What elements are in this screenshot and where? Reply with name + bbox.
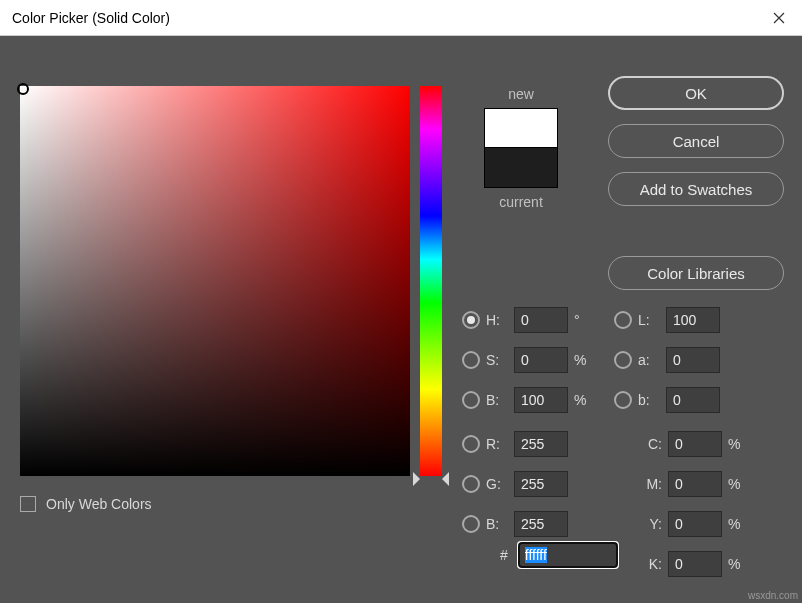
close-button[interactable]	[756, 0, 802, 36]
color-libraries-button[interactable]: Color Libraries	[608, 256, 784, 290]
radio-l[interactable]	[614, 311, 632, 329]
input-hex[interactable]	[518, 542, 618, 568]
radio-b-rgb[interactable]	[462, 515, 480, 533]
radio-r[interactable]	[462, 435, 480, 453]
label-r: R:	[486, 436, 514, 452]
radio-b-hsb[interactable]	[462, 391, 480, 409]
hue-slider[interactable]	[420, 86, 442, 476]
label-b-lab: b:	[638, 392, 666, 408]
label-l: L:	[638, 312, 666, 328]
web-colors-row: Only Web Colors	[20, 496, 152, 512]
input-l[interactable]	[666, 307, 720, 333]
radio-g[interactable]	[462, 475, 480, 493]
input-y[interactable]	[668, 511, 722, 537]
input-r[interactable]	[514, 431, 568, 457]
label-h: H:	[486, 312, 514, 328]
input-b-lab[interactable]	[666, 387, 720, 413]
new-color-swatch	[484, 108, 558, 148]
unit-h: °	[568, 312, 592, 328]
close-icon	[773, 12, 785, 24]
unit-k: %	[722, 556, 746, 572]
new-label: new	[466, 86, 576, 102]
unit-b-hsb: %	[568, 392, 592, 408]
input-k[interactable]	[668, 551, 722, 577]
input-g[interactable]	[514, 471, 568, 497]
dialog-content: new current OK Cancel Add to Swatches Co…	[0, 36, 802, 76]
radio-h[interactable]	[462, 311, 480, 329]
unit-c: %	[722, 436, 746, 452]
label-g: G:	[486, 476, 514, 492]
title-bar: Color Picker (Solid Color)	[0, 0, 802, 36]
hex-row: #	[500, 542, 618, 568]
radio-b-lab[interactable]	[614, 391, 632, 409]
ok-button[interactable]: OK	[608, 76, 784, 110]
input-a[interactable]	[666, 347, 720, 373]
unit-s: %	[568, 352, 592, 368]
hex-label: #	[500, 547, 508, 563]
input-h[interactable]	[514, 307, 568, 333]
add-to-swatches-button[interactable]: Add to Swatches	[608, 172, 784, 206]
window-title: Color Picker (Solid Color)	[12, 10, 170, 26]
input-b-hsb[interactable]	[514, 387, 568, 413]
label-b-hsb: B:	[486, 392, 514, 408]
label-c: C:	[636, 436, 662, 452]
current-label: current	[466, 194, 576, 210]
hue-slider-thumb-right	[442, 472, 449, 486]
current-color-swatch[interactable]	[484, 148, 558, 188]
input-c[interactable]	[668, 431, 722, 457]
label-y: Y:	[636, 516, 662, 532]
action-buttons: OK Cancel Add to Swatches Color Librarie…	[608, 76, 784, 304]
label-m: M:	[636, 476, 662, 492]
cancel-button[interactable]: Cancel	[608, 124, 784, 158]
label-a: a:	[638, 352, 666, 368]
input-b-rgb[interactable]	[514, 511, 568, 537]
unit-y: %	[722, 516, 746, 532]
label-b-rgb: B:	[486, 516, 514, 532]
radio-s[interactable]	[462, 351, 480, 369]
input-s[interactable]	[514, 347, 568, 373]
web-colors-checkbox[interactable]	[20, 496, 36, 512]
web-colors-label: Only Web Colors	[46, 496, 152, 512]
sv-marker	[17, 83, 29, 95]
input-m[interactable]	[668, 471, 722, 497]
radio-a[interactable]	[614, 351, 632, 369]
saturation-value-field[interactable]	[20, 86, 410, 476]
unit-m: %	[722, 476, 746, 492]
label-s: S:	[486, 352, 514, 368]
color-swatch-area: new current	[466, 86, 576, 216]
label-k: K:	[636, 556, 662, 572]
hue-slider-thumb-left	[413, 472, 420, 486]
watermark: wsxdn.com	[748, 590, 798, 601]
